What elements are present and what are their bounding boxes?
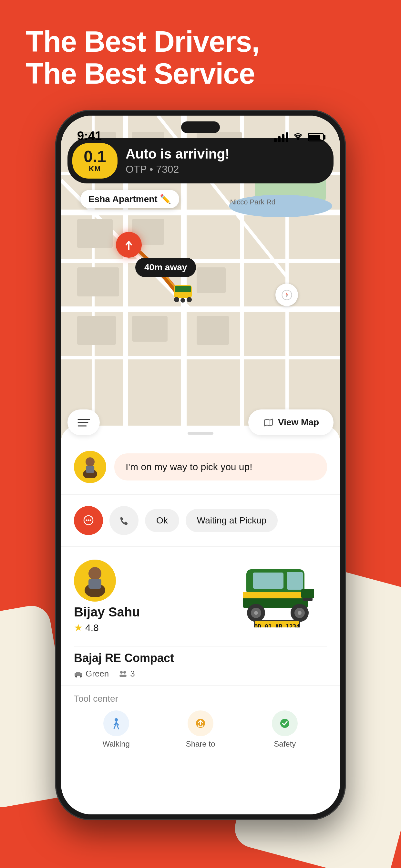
- safety-label: Safety: [274, 740, 296, 748]
- svg-point-28: [174, 297, 179, 302]
- arrival-title: Auto is arriving!: [126, 146, 229, 162]
- people-icon: [119, 670, 127, 678]
- location-label[interactable]: Esha Apartment ✏️: [81, 190, 179, 208]
- message-section: I'm on my way to pick you up!: [61, 444, 340, 490]
- map-controls: View Map: [67, 409, 334, 435]
- distance-number: 0.1: [84, 149, 106, 165]
- svg-point-30: [181, 298, 185, 303]
- svg-rect-48: [287, 572, 303, 590]
- svg-point-57: [298, 611, 302, 615]
- svg-rect-23: [77, 316, 116, 345]
- ok-button[interactable]: Ok: [145, 509, 179, 532]
- star-icon: ★: [74, 622, 83, 633]
- driver-name: Bijay Sahu: [74, 605, 140, 619]
- svg-point-69: [123, 675, 127, 677]
- distance-unit: KM: [89, 165, 101, 173]
- walking-icon: [110, 717, 123, 730]
- auto-illustration: OD 01 AB 1234: [237, 560, 327, 629]
- svg-point-42: [88, 520, 89, 521]
- arrival-info: Auto is arriving! OTP • 7302: [126, 146, 229, 175]
- svg-rect-19: [77, 219, 113, 248]
- signal-icon: [274, 132, 288, 142]
- svg-rect-22: [197, 268, 226, 293]
- svg-rect-49: [253, 572, 283, 589]
- svg-point-66: [120, 671, 123, 674]
- tool-safety[interactable]: Safety: [243, 710, 327, 748]
- status-time: 9:41: [77, 129, 102, 143]
- bottom-sheet: I'm on my way to pick you up!: [61, 426, 340, 814]
- battery-icon: [308, 133, 324, 142]
- svg-text:OD 01 AB 1234: OD 01 AB 1234: [254, 623, 300, 627]
- map-area: Nicco Park Rd Nicco Park Rd 0.1 KM Auto …: [61, 116, 340, 445]
- svg-point-44: [89, 567, 101, 580]
- svg-rect-21: [77, 268, 119, 297]
- svg-point-72: [280, 719, 289, 728]
- vehicle-on-map: [171, 280, 197, 304]
- vehicle-divider: [74, 646, 327, 647]
- svg-point-65: [80, 676, 82, 678]
- svg-point-70: [115, 718, 118, 721]
- compass-marker[interactable]: [275, 283, 298, 306]
- header-tagline: The Best Drivers, The Best Service: [26, 26, 375, 90]
- svg-point-41: [86, 520, 88, 521]
- phone-screen: 9:41: [61, 116, 340, 814]
- safety-icon-bg: [272, 710, 298, 736]
- tool-center: Tool center Walking: [61, 685, 340, 753]
- share-icon-bg: [188, 710, 213, 736]
- svg-rect-46: [89, 579, 101, 589]
- vehicle-capacity-item: 3: [119, 669, 135, 679]
- vehicle-color-item: Green: [74, 669, 109, 679]
- vehicle-details: Bajaj RE Compact Green: [61, 646, 340, 685]
- map-label-nicco-2: Nicco Park Rd: [230, 198, 275, 206]
- divider-1: [61, 494, 340, 495]
- origin-pin: [116, 232, 142, 258]
- svg-rect-25: [197, 316, 229, 345]
- vehicle-meta: Green 3: [74, 669, 327, 679]
- driver-message-bubble: I'm on my way to pick you up!: [114, 454, 327, 480]
- svg-point-29: [187, 297, 192, 302]
- svg-point-54: [254, 611, 258, 615]
- driver-rating: ★ 4.8: [74, 622, 140, 633]
- quick-actions: Ok Waiting at Pickup: [61, 500, 340, 541]
- safety-icon: [278, 717, 291, 730]
- driver-avatar-small: [74, 451, 106, 483]
- driver-avatar-large: [74, 560, 116, 601]
- svg-rect-51: [243, 592, 308, 598]
- view-map-button[interactable]: View Map: [248, 409, 334, 435]
- phone-frame: 9:41: [55, 110, 346, 820]
- walking-label: Walking: [102, 740, 129, 748]
- svg-rect-58: [301, 589, 314, 598]
- driver-section: Bijay Sahu ★ 4.8: [61, 552, 340, 641]
- share-icon: [194, 717, 207, 730]
- svg-point-64: [75, 676, 77, 678]
- waiting-button[interactable]: Waiting at Pickup: [186, 509, 278, 532]
- svg-point-31: [282, 290, 291, 300]
- call-button[interactable]: [110, 506, 138, 535]
- tool-share-to[interactable]: Share to: [158, 710, 243, 748]
- distance-away-label: 40m away: [135, 258, 196, 277]
- tool-walking[interactable]: Walking: [74, 710, 158, 748]
- chat-button[interactable]: [74, 506, 103, 535]
- dynamic-island: [181, 121, 220, 133]
- otp-text: OTP • 7302: [126, 163, 229, 175]
- svg-rect-27: [175, 286, 191, 292]
- svg-point-0: [297, 138, 299, 140]
- tool-center-label: Tool center: [74, 693, 327, 704]
- distance-badge: 0.1 KM: [72, 143, 118, 179]
- wifi-icon: [292, 131, 304, 143]
- walking-icon-bg: [103, 710, 129, 736]
- status-icons: [274, 131, 324, 143]
- svg-rect-63: [76, 672, 81, 674]
- svg-point-37: [86, 457, 95, 466]
- car-icon: [74, 671, 83, 678]
- svg-rect-59: [303, 598, 312, 601]
- vehicle-name: Bajaj RE Compact: [74, 651, 327, 665]
- svg-point-67: [123, 671, 126, 674]
- svg-rect-24: [132, 316, 167, 342]
- svg-rect-39: [86, 466, 94, 473]
- svg-point-43: [90, 520, 91, 521]
- share-to-label: Share to: [186, 740, 215, 748]
- tool-items: Walking Share to: [74, 710, 327, 748]
- filter-button[interactable]: [67, 409, 100, 435]
